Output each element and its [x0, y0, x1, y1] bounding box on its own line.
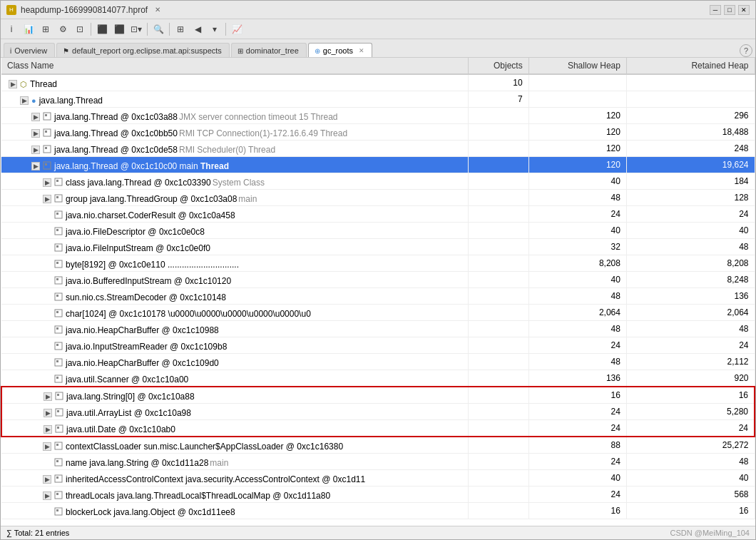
- expand-icon[interactable]: ▶: [43, 195, 51, 203]
- toolbar-chart-btn[interactable]: 📈: [229, 21, 245, 37]
- table-row[interactable]: java.io.BufferedInputStream @ 0xc1c10120…: [1, 272, 755, 288]
- tab-close-title[interactable]: ✕: [152, 4, 163, 15]
- table-row[interactable]: java.io.FileInputStream @ 0xc1c0e0f03248: [1, 239, 755, 255]
- tab-dominator-label: dominator_tree: [246, 46, 299, 55]
- tab-default-report[interactable]: ⚑ default_report org.eclipse.mat.api:sus…: [56, 43, 230, 57]
- cell-shallow: 48: [528, 288, 626, 305]
- cell-objects: [469, 288, 528, 305]
- table-row[interactable]: ▶java.lang.Thread @ 0xc1c03a88 JMX serve…: [1, 108, 755, 124]
- maximize-button[interactable]: □: [724, 5, 735, 15]
- table-row[interactable]: java.io.InputStreamReader @ 0xc1c109b824…: [1, 337, 755, 354]
- expand-icon[interactable]: ▶: [43, 475, 51, 484]
- expand-icon[interactable]: ▶: [31, 162, 40, 170]
- expand-icon[interactable]: ▶: [44, 425, 52, 434]
- table-row[interactable]: name java.lang.String @ 0xc1d11a28 main2…: [1, 454, 755, 470]
- toolbar-settings-btn[interactable]: ⚙: [55, 21, 71, 37]
- help-button[interactable]: ?: [740, 44, 752, 57]
- toolbar-dropdown1[interactable]: ⊡▾: [128, 21, 144, 37]
- row-label: inheritedAccessControlContext java.secur…: [66, 474, 365, 484]
- minimize-button[interactable]: ─: [710, 5, 721, 15]
- table-row[interactable]: ▶ class java.lang.Thread @ 0xc1c03390 Sy…: [1, 173, 755, 190]
- table-row[interactable]: ▶inheritedAccessControlContext java.secu…: [1, 470, 755, 486]
- col-class-name[interactable]: Class Name: [1, 58, 469, 74]
- table-row[interactable]: ▶java.lang.Thread @ 0xc1c10c00 main Thre…: [1, 157, 755, 173]
- toolbar-back-btn[interactable]: ◀: [190, 21, 205, 37]
- toolbar-sep2: [147, 23, 148, 36]
- cell-shallow: 120: [528, 141, 626, 157]
- table-row[interactable]: java.util.Scanner @ 0xc1c10a00136920: [1, 370, 755, 387]
- table-row[interactable]: ▶ java.lang.String[0] @ 0xc1c10a881616: [1, 387, 755, 404]
- cell-retained: 136: [626, 288, 755, 305]
- row-label: byte[8192] @ 0xc1c0e110 ................…: [66, 260, 239, 270]
- cell-objects: 10: [469, 74, 528, 91]
- toolbar-grid2-btn[interactable]: ⊞: [173, 21, 188, 37]
- tab-gcroots-close[interactable]: ✕: [359, 47, 364, 54]
- toolbar-info-btn[interactable]: i: [4, 21, 19, 37]
- table-row[interactable]: ▶⬡Thread10: [1, 74, 755, 91]
- table-row[interactable]: ▶group java.lang.ThreadGroup @ 0xc1c03a0…: [1, 190, 755, 206]
- table-row[interactable]: ▶contextClassLoader sun.misc.Launcher$Ap…: [1, 437, 755, 454]
- table-row[interactable]: ▶threadLocals java.lang.ThreadLocal$Thre…: [1, 486, 755, 503]
- toolbar-grid-btn[interactable]: ⊞: [38, 21, 53, 37]
- col-objects[interactable]: Objects: [469, 58, 528, 74]
- expand-icon[interactable]: ▶: [43, 178, 51, 187]
- main-content: Class Name Objects Shallow Heap Retained…: [1, 58, 755, 539]
- toolbar-btn5[interactable]: ⊡: [72, 21, 88, 37]
- row-label: class java.lang.Thread @ 0xc1c03390: [66, 178, 211, 188]
- tab-dominator-tree[interactable]: ⊞ dominator_tree: [231, 43, 307, 57]
- tab-report-icon: ⚑: [63, 47, 69, 55]
- obj-icon: [54, 507, 63, 517]
- expand-icon[interactable]: ▶: [44, 409, 52, 417]
- svg-rect-27: [56, 327, 58, 330]
- table-row[interactable]: ▶java.lang.Thread @ 0xc1c0bb50 RMI TCP C…: [1, 124, 755, 141]
- expand-icon[interactable]: ▶: [43, 491, 51, 500]
- expand-icon[interactable]: ▶: [31, 129, 40, 138]
- toolbar-dropdown2[interactable]: ▾: [207, 21, 223, 37]
- cell-objects: [469, 141, 528, 157]
- col-retained-heap[interactable]: Retained Heap: [626, 58, 755, 74]
- table-row[interactable]: ▶ java.util.ArrayList @ 0xc1c10a98245,28…: [1, 404, 755, 420]
- svg-rect-35: [57, 394, 59, 396]
- obj-icon: [43, 112, 51, 122]
- row-label: java.util.ArrayList @ 0xc1c10a98: [66, 408, 191, 418]
- table-row[interactable]: java.nio.charset.CoderResult @ 0xc1c0a45…: [1, 206, 755, 223]
- toolbar-import-btn[interactable]: ⬛: [111, 21, 127, 37]
- table-row[interactable]: blockerLock java.lang.Object @ 0xc1d11ee…: [1, 503, 755, 519]
- cell-class-name: ▶group java.lang.ThreadGroup @ 0xc1c03a0…: [1, 190, 469, 206]
- cell-retained: 920: [626, 370, 755, 387]
- table-row[interactable]: ▶java.lang.Thread @ 0xc1c0de58 RMI Sched…: [1, 141, 755, 157]
- obj-icon: [54, 442, 63, 452]
- obj-icon: [54, 342, 63, 352]
- toolbar-export-btn[interactable]: ⬛: [94, 21, 110, 37]
- close-button[interactable]: ✕: [738, 5, 750, 15]
- cell-retained: 24: [626, 206, 755, 223]
- tab-gc-roots[interactable]: ⊕ gc_roots ✕: [308, 43, 372, 57]
- table-row[interactable]: sun.nio.cs.StreamDecoder @ 0xc1c10148481…: [1, 288, 755, 305]
- table-row[interactable]: ▶●java.lang.Thread7: [1, 91, 755, 108]
- tab-overview[interactable]: i Overview: [4, 43, 55, 57]
- cell-objects: [469, 486, 528, 503]
- svg-rect-1: [45, 114, 47, 116]
- table-row[interactable]: ▶ java.util.Date @ 0xc1c10ab02424: [1, 420, 755, 437]
- expand-icon[interactable]: ▶: [44, 392, 52, 401]
- table-container[interactable]: Class Name Objects Shallow Heap Retained…: [1, 58, 755, 526]
- expand-icon[interactable]: ▶: [20, 96, 29, 105]
- expand-icon[interactable]: ▶: [43, 442, 51, 451]
- toolbar-search-btn[interactable]: 🔍: [150, 21, 166, 37]
- table-row[interactable]: char[1024] @ 0xc1c10178 \u0000\u0000\u00…: [1, 305, 755, 321]
- cell-shallow: 2,064: [528, 305, 626, 321]
- row-label: java.lang.Thread: [39, 96, 103, 106]
- expand-icon[interactable]: ▶: [9, 80, 17, 88]
- cell-shallow: 16: [528, 503, 626, 519]
- svg-rect-9: [56, 180, 58, 182]
- table-row[interactable]: java.nio.HeapCharBuffer @ 0xc1c109884848: [1, 321, 755, 337]
- expand-icon[interactable]: ▶: [31, 113, 40, 121]
- cell-objects: [469, 337, 528, 354]
- col-shallow-heap[interactable]: Shallow Heap: [528, 58, 626, 74]
- cell-objects: [469, 108, 528, 124]
- expand-icon[interactable]: ▶: [31, 146, 40, 154]
- table-row[interactable]: java.nio.HeapCharBuffer @ 0xc1c109d0482,…: [1, 354, 755, 370]
- table-row[interactable]: byte[8192] @ 0xc1c0e110 ................…: [1, 255, 755, 272]
- toolbar-bar-chart-btn[interactable]: 📊: [21, 21, 36, 37]
- table-row[interactable]: java.io.FileDescriptor @ 0xc1c0e0c84040: [1, 223, 755, 239]
